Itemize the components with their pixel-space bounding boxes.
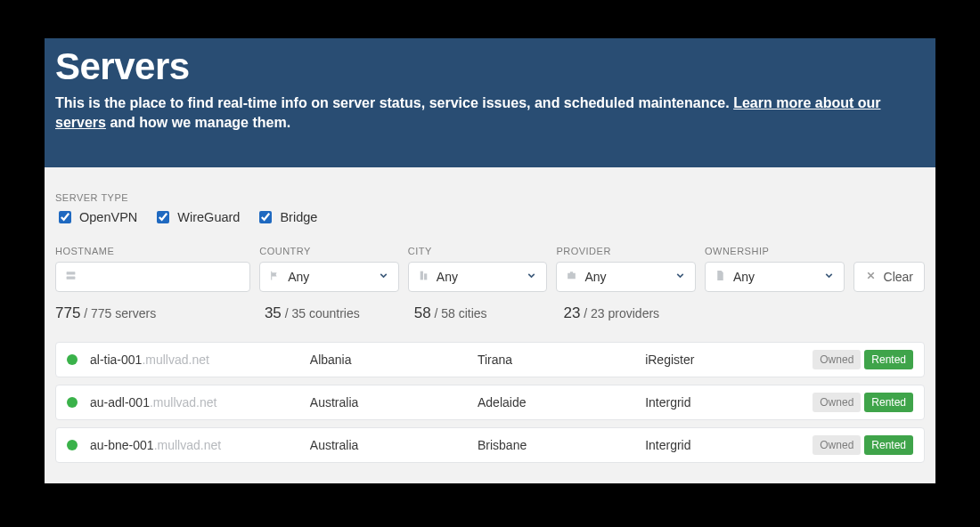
owned-badge: Owned — [813, 435, 861, 455]
page-title: Servers — [55, 45, 925, 88]
stat-providers: 23 / 23 providers — [563, 304, 713, 322]
server-type-label: Server type — [55, 192, 925, 203]
chevron-down-icon — [823, 270, 835, 284]
hostname-text: au-bne-001.mullvad.net — [90, 438, 221, 452]
chevron-down-icon — [378, 270, 389, 284]
provider-cell: iRegister — [645, 353, 813, 367]
hostname-cell: au-adl-001.mullvad.net — [67, 395, 310, 409]
hostname-input[interactable] — [55, 262, 250, 292]
stat-servers: 775 / 775 servers — [55, 304, 265, 322]
hero-banner: Servers This is the place to find real-t… — [45, 38, 935, 167]
city-cell: Brisbane — [478, 438, 645, 452]
city-cell: Tirana — [478, 353, 645, 367]
city-cell: Adelaide — [478, 395, 645, 409]
provider-cell: Intergrid — [645, 438, 813, 452]
server-row[interactable]: au-bne-001.mullvad.netAustraliaBrisbaneI… — [55, 427, 925, 463]
status-dot-icon — [67, 440, 78, 450]
country-cell: Albania — [310, 353, 478, 367]
ownership-select[interactable]: Any — [705, 262, 845, 292]
checkbox-wireguard[interactable]: WireGuard — [153, 208, 240, 226]
rented-badge: Rented — [864, 350, 913, 369]
country-cell: Australia — [310, 395, 478, 409]
flag-icon — [269, 270, 281, 284]
clear-button[interactable]: Clear — [853, 262, 925, 292]
ownership-badges: OwnedRented — [813, 435, 913, 455]
rented-badge: Rented — [864, 435, 913, 455]
building-icon — [418, 270, 429, 284]
hostname-text: au-adl-001.mullvad.net — [90, 395, 216, 409]
server-icon — [65, 270, 77, 284]
provider-cell: Intergrid — [645, 395, 813, 409]
hostname-label: Hostname — [55, 246, 250, 256]
briefcase-icon — [566, 270, 577, 284]
ownership-badges: OwnedRented — [813, 350, 913, 369]
close-icon — [865, 270, 877, 284]
stat-countries: 35 / 35 countries — [265, 304, 414, 322]
svg-rect-1 — [67, 277, 76, 280]
owned-badge: Owned — [813, 393, 861, 412]
stats-row: 775 / 775 servers 35 / 35 countries 58 /… — [55, 304, 925, 322]
stat-cities: 58 / 58 cities — [414, 304, 564, 322]
checkbox-bridge[interactable]: Bridge — [256, 208, 317, 226]
server-row[interactable]: au-adl-001.mullvad.netAustraliaAdelaideI… — [55, 385, 925, 420]
servers-page: Servers This is the place to find real-t… — [45, 38, 935, 483]
filters-row: Hostname Country Any — [55, 246, 925, 292]
server-list: al-tia-001.mullvad.netAlbaniaTiranaiRegi… — [55, 342, 925, 463]
server-row[interactable]: al-tia-001.mullvad.netAlbaniaTiranaiRegi… — [55, 342, 925, 377]
document-icon — [715, 270, 726, 284]
country-label: Country — [259, 246, 399, 256]
provider-label: Provider — [556, 246, 696, 256]
country-cell: Australia — [310, 438, 478, 452]
chevron-down-icon — [526, 270, 537, 284]
city-label: City — [408, 246, 548, 256]
ownership-badges: OwnedRented — [813, 393, 913, 412]
content-area: Server type OpenVPN WireGuard Bridge Hos… — [45, 167, 935, 470]
page-subtitle: This is the place to find real-time info… — [55, 93, 925, 132]
status-dot-icon — [67, 354, 78, 365]
status-dot-icon — [67, 397, 78, 408]
hostname-cell: al-tia-001.mullvad.net — [67, 353, 310, 367]
country-select[interactable]: Any — [259, 262, 399, 292]
hostname-text: al-tia-001.mullvad.net — [90, 353, 209, 367]
svg-rect-2 — [421, 272, 423, 280]
owned-badge: Owned — [813, 350, 861, 369]
checkbox-openvpn[interactable]: OpenVPN — [55, 208, 137, 226]
server-type-checkboxes: OpenVPN WireGuard Bridge — [55, 208, 925, 226]
rented-badge: Rented — [864, 393, 913, 412]
svg-rect-0 — [67, 272, 76, 274]
provider-select[interactable]: Any — [556, 262, 696, 292]
city-select[interactable]: Any — [408, 262, 548, 292]
ownership-label: Ownership — [705, 246, 845, 256]
hostname-cell: au-bne-001.mullvad.net — [67, 438, 310, 452]
chevron-down-icon — [674, 270, 686, 284]
svg-rect-3 — [424, 274, 427, 280]
